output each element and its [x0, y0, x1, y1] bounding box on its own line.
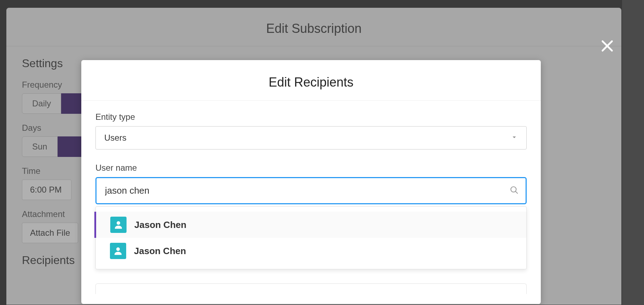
user-avatar-icon [110, 243, 126, 259]
edit-recipients-title: Edit Recipients [81, 60, 541, 101]
user-result-name: Jason Chen [134, 246, 186, 257]
entity-type-select[interactable]: Users [95, 126, 527, 149]
user-avatar-icon [110, 217, 127, 233]
svg-point-5 [116, 247, 120, 251]
user-result-name: Jason Chen [134, 219, 186, 230]
close-icon [600, 38, 614, 57]
user-name-input[interactable] [95, 177, 527, 204]
close-button[interactable] [600, 39, 614, 56]
entity-type-label: Entity type [95, 112, 527, 122]
user-name-search-wrap [95, 177, 527, 204]
user-result-item[interactable]: Jason Chen [94, 212, 526, 238]
user-name-label: User name [95, 163, 527, 173]
svg-point-4 [117, 221, 120, 225]
entity-type-select-wrap: Users [95, 126, 527, 149]
svg-line-3 [515, 191, 518, 194]
edit-recipients-dialog: Edit Recipients Entity type Users User n… [81, 60, 541, 304]
user-result-item[interactable]: Jason Chen [94, 238, 526, 264]
outer-frame [622, 0, 644, 305]
search-icon [510, 186, 519, 196]
svg-point-2 [511, 187, 516, 192]
recipients-list-container [95, 283, 527, 294]
user-search-results: Jason Chen Jason Chen [95, 206, 527, 269]
edit-recipients-body: Entity type Users User name Jason C [81, 101, 541, 294]
